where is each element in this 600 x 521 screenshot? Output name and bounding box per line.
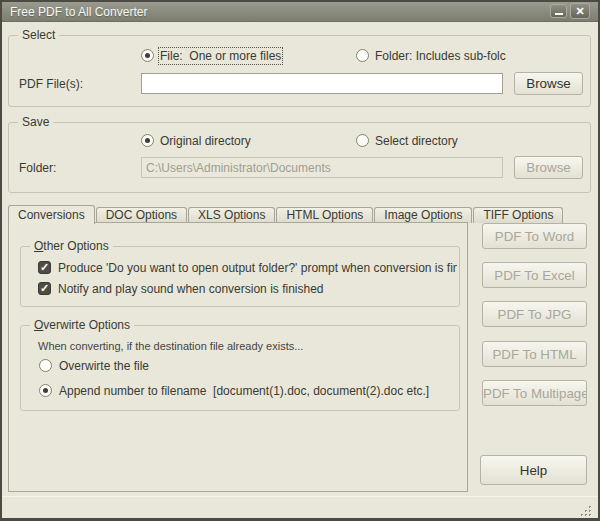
overwrite-file-radio[interactable] (39, 359, 52, 372)
pdf-files-input[interactable] (141, 73, 503, 94)
pdf-to-html-button[interactable]: PDF To HTML (482, 341, 587, 367)
save-groupbox: Save Original directory Select directory… (8, 122, 591, 193)
overwrite-options-groupbox: Overwirte Options When converting, if th… (20, 325, 460, 411)
browse-folder-button[interactable]: Browse (514, 156, 583, 179)
file-radio-label[interactable]: File: One or more files (160, 49, 281, 63)
tab-xls-options[interactable]: XLS Options (188, 207, 275, 223)
folder-radio-label[interactable]: Folder: Includes sub-folc (375, 49, 506, 63)
minimize-icon (555, 13, 563, 15)
append-number-radio[interactable] (39, 384, 52, 397)
other-options-groupbox: Other Options Produce 'Do you want to op… (20, 246, 460, 307)
pdf-to-word-button[interactable]: PDF To Word (482, 223, 587, 249)
select-directory-radio[interactable] (356, 134, 369, 147)
original-directory-radio[interactable] (141, 134, 154, 147)
folder-path-input[interactable] (141, 157, 503, 178)
pdf-to-multipage-tiff-button[interactable]: PDF To Multipage TIFF (482, 380, 587, 406)
append-number-label[interactable]: Append number to filename [document(1).d… (59, 384, 429, 398)
close-icon (571, 4, 589, 18)
pdf-to-jpg-button[interactable]: PDF To JPG (482, 301, 587, 327)
notify-sound-checkbox[interactable] (38, 282, 51, 295)
close-button[interactable] (570, 3, 590, 19)
minimize-button[interactable] (550, 4, 567, 18)
other-options-legend: Other Options (30, 239, 113, 253)
open-folder-prompt-checkbox[interactable] (38, 261, 51, 274)
title-bar: Free PDF to All Converter (2, 2, 598, 22)
tab-image-options[interactable]: Image Options (374, 207, 472, 223)
select-directory-label[interactable]: Select directory (375, 134, 458, 148)
tab-doc-options[interactable]: DOC Options (96, 207, 187, 223)
conversions-tab-panel: Other Options Produce 'Do you want to op… (8, 222, 468, 492)
pdf-to-excel-button[interactable]: PDF To Excel (482, 262, 587, 288)
help-button[interactable]: Help (480, 455, 587, 485)
notify-sound-label[interactable]: Notify and play sound when conversion is… (58, 282, 324, 296)
file-radio[interactable] (141, 49, 154, 62)
resize-grip-icon[interactable] (579, 504, 593, 521)
browse-files-button[interactable]: Browse (514, 72, 583, 95)
overwrite-options-legend: Overwirte Options (30, 318, 134, 332)
tab-strip: Conversions DOC Options XLS Options HTML… (8, 204, 564, 223)
save-group-legend: Save (18, 115, 53, 129)
overwrite-file-label[interactable]: Overwirte the file (59, 359, 149, 373)
original-directory-label[interactable]: Original directory (160, 134, 251, 148)
tab-tiff-options[interactable]: TIFF Options (473, 207, 563, 223)
app-window: Free PDF to All Converter Select File: O… (0, 0, 600, 521)
select-groupbox: Select File: One or more files Folder: I… (8, 35, 591, 107)
folder-radio[interactable] (356, 49, 369, 62)
open-folder-prompt-label[interactable]: Produce 'Do you want to open output fold… (58, 261, 457, 275)
select-group-legend: Select (18, 28, 59, 42)
status-bar-divider (2, 496, 598, 497)
tab-conversions[interactable]: Conversions (8, 205, 95, 224)
folder-label: Folder: (19, 161, 56, 175)
window-title: Free PDF to All Converter (10, 2, 147, 22)
pdf-files-label: PDF File(s): (19, 77, 83, 91)
overwrite-description: When converting, if the destination file… (38, 339, 303, 353)
tab-html-options[interactable]: HTML Options (276, 207, 373, 223)
